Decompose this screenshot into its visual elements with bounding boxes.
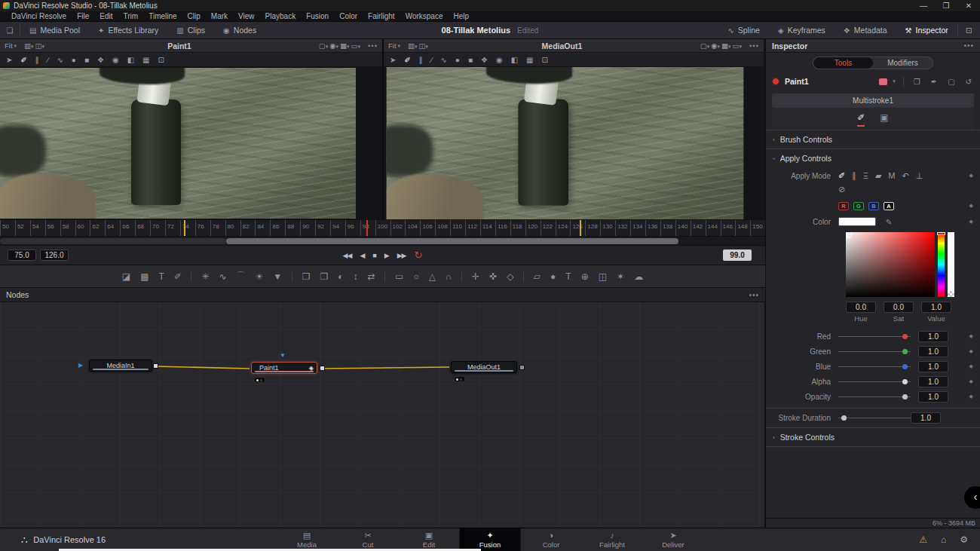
node-paint1[interactable]: Paint1 ◈ [251, 362, 317, 374]
spline-button[interactable]: ∿ Spline [718, 22, 769, 38]
slider-knob[interactable] [902, 334, 908, 339]
circle-tool[interactable]: ● [72, 56, 76, 64]
keyframe-diamond[interactable]: ◆ [969, 173, 973, 179]
input-triangle-icon[interactable]: ▶ [78, 363, 83, 369]
page-edit[interactable]: ▣ Edit [399, 528, 460, 551]
planar-tracker-node-button[interactable]: ✜ [485, 271, 502, 282]
home-icon[interactable]: ⌂ [941, 534, 946, 545]
smear-apply-mode[interactable]: ↶ [902, 171, 909, 181]
viewer-layout-icon[interactable]: ▥▾ [408, 41, 418, 50]
matte-control-node-button[interactable]: ◐ [333, 271, 348, 282]
expand-viewer-icon[interactable]: ▭▾ [733, 41, 743, 50]
sat-field[interactable]: 0.0 [884, 302, 914, 313]
hue-selector[interactable] [937, 232, 945, 235]
select-tool[interactable]: ➤ [390, 56, 396, 64]
section-brush-controls[interactable]: › Brush Controls [766, 130, 980, 148]
slider-value-field[interactable]: 1.0 [918, 331, 948, 342]
stroke-tool[interactable]: ∕ [47, 56, 49, 64]
color-viewer-icon[interactable]: ◉▾ [329, 41, 338, 50]
clone-tool[interactable]: ❖ [481, 56, 488, 64]
versions-icon[interactable]: ❐ [911, 78, 923, 86]
stamp-apply-mode[interactable]: ⊥ [916, 171, 923, 181]
loop-button[interactable]: ↻ [415, 249, 423, 261]
menu-edit[interactable]: Edit [94, 12, 118, 20]
fastnoise-node-button[interactable]: ▩ [136, 271, 154, 282]
keyframe-diamond[interactable]: ◆ [969, 363, 973, 369]
slider-track[interactable] [838, 415, 911, 422]
keyframe-diamond[interactable]: ◆ [969, 393, 973, 399]
color-corrector-node-button[interactable]: ✳ [191, 271, 214, 282]
alpha-strip[interactable] [948, 232, 954, 297]
merge-apply-mode[interactable]: M [888, 171, 895, 180]
merge-node-button[interactable]: ❒ [292, 271, 315, 282]
output-port[interactable] [519, 365, 525, 370]
menu-color[interactable]: Color [334, 12, 363, 20]
background-node-button[interactable]: ◪ [117, 271, 135, 282]
rectangle-mask-button[interactable]: ▭ [384, 271, 409, 282]
emboss-tool[interactable]: ◉ [112, 56, 119, 64]
render-in-marker[interactable] [184, 220, 185, 236]
chevron-down-icon[interactable]: ▾ [893, 78, 896, 84]
keyframe-diamond[interactable]: ◆ [969, 333, 973, 339]
nodes-panel-menu[interactable]: ••• [749, 291, 759, 299]
paint-color-swatch[interactable] [838, 217, 876, 226]
right-viewer-canvas[interactable] [384, 66, 764, 220]
wire-apply-mode[interactable]: ⊘ [838, 185, 845, 194]
render-in-field[interactable]: 75.0 [8, 249, 36, 261]
viewer-layout-icon[interactable]: ▥▾ [24, 41, 34, 50]
blue-channel-button[interactable]: B [868, 202, 879, 210]
settings-icon[interactable]: ⚙ [960, 534, 968, 545]
zoom-dropdown[interactable]: Fit▾ [5, 41, 17, 50]
play-reverse-button[interactable]: ◀ [360, 252, 364, 259]
stroke-apply-mode[interactable]: ∥ [852, 171, 856, 181]
viewer-options-menu[interactable]: ••• [368, 41, 378, 50]
nodes-button[interactable]: ◉ Nodes [214, 22, 265, 38]
sv-selector[interactable] [847, 233, 852, 238]
roi-icon[interactable]: ▢▾ [700, 41, 710, 50]
shape-3d-button[interactable]: ● [546, 271, 561, 282]
menu-timeline[interactable]: Timeline [143, 12, 182, 20]
inspector-menu[interactable]: ••• [963, 41, 974, 50]
node-color-swatch[interactable] [879, 78, 887, 85]
multi-merge-node-button[interactable]: ❐ [315, 271, 333, 282]
minimize-button[interactable]: — [912, 0, 935, 11]
slider-value-field[interactable]: 1.0 [911, 412, 941, 424]
metadata-button[interactable]: ❖ Metadata [835, 22, 896, 38]
paint-node-button[interactable]: ✐ [169, 271, 186, 282]
interface-toggle-icon[interactable]: ❏ [0, 26, 20, 35]
node-graph[interactable]: ▶ MediaIn1 ▼ Paint1 ◈ MediaOut1 [0, 302, 765, 527]
tracker-node-button[interactable]: ✛ [461, 271, 485, 282]
page-color[interactable]: ◑ Color [521, 528, 582, 551]
restore-button[interactable]: ❐ [935, 0, 957, 11]
close-button[interactable]: ✕ [957, 0, 980, 11]
current-frame-field[interactable]: 99.0 [723, 249, 752, 261]
rectangle-tool[interactable]: ■ [468, 56, 473, 64]
menu-help[interactable]: Help [448, 12, 474, 20]
section-apply-controls[interactable]: › Apply Controls [766, 148, 980, 167]
emboss-tool[interactable]: ◉ [496, 56, 503, 64]
tab-tools[interactable]: Tools [813, 57, 873, 69]
clone-tool[interactable]: ❖ [97, 56, 104, 64]
polygon-mask-button[interactable]: △ [424, 271, 440, 282]
keyframe-diamond[interactable]: ◆ [969, 378, 973, 384]
text-node-button[interactable]: T [154, 271, 169, 282]
insert-triangle-icon[interactable]: ▼ [280, 353, 286, 359]
slider-value-field[interactable]: 1.0 [918, 346, 948, 357]
menu-workspace[interactable]: Workspace [400, 12, 449, 20]
keyframe-diamond[interactable]: ◆ [969, 203, 973, 209]
clips-button[interactable]: ▥ Clips [167, 22, 214, 38]
play-button[interactable]: ▶ [384, 252, 389, 259]
reset-icon[interactable]: ↺ [963, 78, 974, 86]
fill-tool[interactable]: ◧ [511, 56, 518, 64]
node-mediaout1[interactable]: MediaOut1 [451, 361, 517, 373]
polyline-stroke-tool[interactable]: ∿ [440, 56, 446, 64]
circle-tool[interactable]: ● [455, 56, 460, 64]
slider-value-field[interactable]: 1.0 [918, 376, 948, 387]
node-mediain1[interactable]: MediaIn1 [89, 360, 152, 372]
expand-viewer-icon[interactable]: ▭▾ [351, 41, 361, 50]
stroke-tool[interactable]: ∕ [431, 56, 433, 64]
slider-knob[interactable] [841, 415, 847, 421]
saturation-value-gradient[interactable] [846, 232, 935, 297]
page-fairlight[interactable]: ♪ Fairlight [582, 528, 643, 551]
select-tool[interactable]: ➤ [6, 56, 12, 64]
